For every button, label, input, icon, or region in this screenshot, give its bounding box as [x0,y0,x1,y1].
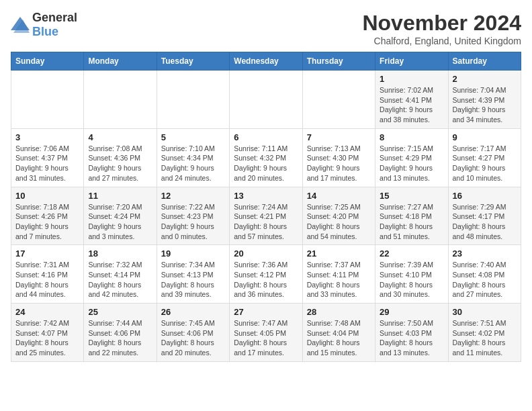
calendar-cell: 23Sunrise: 7:40 AM Sunset: 4:08 PM Dayli… [448,245,521,304]
day-info: Sunrise: 7:22 AM Sunset: 4:23 PM Dayligh… [161,202,225,242]
day-info: Sunrise: 7:47 AM Sunset: 4:05 PM Dayligh… [234,318,298,358]
calendar-cell [157,71,229,129]
logo: General Blue [11,11,77,39]
day-number: 4 [88,132,152,142]
day-info: Sunrise: 7:11 AM Sunset: 4:32 PM Dayligh… [234,144,298,183]
calendar-cell: 8Sunrise: 7:15 AM Sunset: 4:29 PM Daylig… [375,128,448,187]
day-info: Sunrise: 7:37 AM Sunset: 4:11 PM Dayligh… [307,260,371,300]
calendar-cell: 10Sunrise: 7:18 AM Sunset: 4:26 PM Dayli… [11,187,84,245]
day-number: 27 [234,307,298,317]
day-info: Sunrise: 7:20 AM Sunset: 4:24 PM Dayligh… [88,202,152,242]
day-number: 16 [453,191,517,201]
calendar-cell: 30Sunrise: 7:51 AM Sunset: 4:02 PM Dayli… [448,304,521,362]
day-number: 12 [161,191,225,201]
weekday-header-tuesday: Tuesday [157,52,229,71]
logo-general: General [32,11,77,24]
day-info: Sunrise: 7:17 AM Sunset: 4:27 PM Dayligh… [453,144,517,183]
calendar-cell: 27Sunrise: 7:47 AM Sunset: 4:05 PM Dayli… [230,304,302,362]
logo-text: General Blue [32,11,77,39]
calendar-cell: 21Sunrise: 7:37 AM Sunset: 4:11 PM Dayli… [302,245,375,304]
day-number: 19 [161,248,225,259]
calendar-cell: 14Sunrise: 7:25 AM Sunset: 4:20 PM Dayli… [302,187,375,245]
day-info: Sunrise: 7:44 AM Sunset: 4:06 PM Dayligh… [88,318,152,358]
calendar-cell: 6Sunrise: 7:11 AM Sunset: 4:32 PM Daylig… [230,128,302,187]
weekday-header-sunday: Sunday [11,52,84,71]
day-info: Sunrise: 7:45 AM Sunset: 4:06 PM Dayligh… [161,318,225,358]
calendar-cell: 24Sunrise: 7:42 AM Sunset: 4:07 PM Dayli… [11,304,84,362]
day-info: Sunrise: 7:06 AM Sunset: 4:37 PM Dayligh… [15,144,79,183]
day-number: 3 [15,132,79,142]
calendar-week-row: 1Sunrise: 7:02 AM Sunset: 4:41 PM Daylig… [11,71,521,129]
weekday-header-thursday: Thursday [302,52,375,71]
calendar-body: 1Sunrise: 7:02 AM Sunset: 4:41 PM Daylig… [11,71,521,362]
day-number: 17 [15,248,79,259]
day-info: Sunrise: 7:15 AM Sunset: 4:29 PM Dayligh… [380,144,443,183]
day-info: Sunrise: 7:48 AM Sunset: 4:04 PM Dayligh… [307,318,371,358]
calendar-week-row: 10Sunrise: 7:18 AM Sunset: 4:26 PM Dayli… [11,187,521,245]
day-number: 25 [88,307,152,317]
day-info: Sunrise: 7:31 AM Sunset: 4:16 PM Dayligh… [15,260,79,300]
calendar-cell: 9Sunrise: 7:17 AM Sunset: 4:27 PM Daylig… [448,128,521,187]
calendar-header: SundayMondayTuesdayWednesdayThursdayFrid… [11,52,521,71]
calendar-cell: 5Sunrise: 7:10 AM Sunset: 4:34 PM Daylig… [157,128,229,187]
calendar-week-row: 3Sunrise: 7:06 AM Sunset: 4:37 PM Daylig… [11,128,521,187]
logo-blue: Blue [32,25,58,38]
day-number: 29 [380,307,443,317]
calendar-cell: 17Sunrise: 7:31 AM Sunset: 4:16 PM Dayli… [11,245,84,304]
day-info: Sunrise: 7:36 AM Sunset: 4:12 PM Dayligh… [234,260,298,300]
calendar-cell: 29Sunrise: 7:50 AM Sunset: 4:03 PM Dayli… [375,304,448,362]
weekday-header-wednesday: Wednesday [230,52,302,71]
day-info: Sunrise: 7:04 AM Sunset: 4:39 PM Dayligh… [453,85,517,125]
calendar-cell: 18Sunrise: 7:32 AM Sunset: 4:14 PM Dayli… [84,245,157,304]
calendar-week-row: 24Sunrise: 7:42 AM Sunset: 4:07 PM Dayli… [11,304,521,362]
calendar-cell [230,71,302,129]
weekday-header-monday: Monday [84,52,157,71]
day-info: Sunrise: 7:10 AM Sunset: 4:34 PM Dayligh… [161,144,225,183]
calendar-cell: 25Sunrise: 7:44 AM Sunset: 4:06 PM Dayli… [84,304,157,362]
day-number: 7 [307,132,371,142]
calendar-cell [302,71,375,129]
day-number: 20 [234,248,298,259]
day-number: 5 [161,132,225,142]
day-number: 10 [15,191,79,201]
calendar-cell [84,71,157,129]
day-info: Sunrise: 7:02 AM Sunset: 4:41 PM Dayligh… [380,85,443,125]
calendar-cell: 22Sunrise: 7:39 AM Sunset: 4:10 PM Dayli… [375,245,448,304]
calendar-cell: 20Sunrise: 7:36 AM Sunset: 4:12 PM Dayli… [230,245,302,304]
day-number: 21 [307,248,371,259]
day-info: Sunrise: 7:42 AM Sunset: 4:07 PM Dayligh… [15,318,79,358]
day-info: Sunrise: 7:29 AM Sunset: 4:17 PM Dayligh… [453,202,517,242]
day-info: Sunrise: 7:50 AM Sunset: 4:03 PM Dayligh… [380,318,443,358]
weekday-header-row: SundayMondayTuesdayWednesdayThursdayFrid… [11,52,521,71]
calendar-cell: 7Sunrise: 7:13 AM Sunset: 4:30 PM Daylig… [302,128,375,187]
page-header: General Blue November 2024 Chalford, Eng… [11,11,521,46]
day-number: 9 [453,132,517,142]
day-number: 11 [88,191,152,201]
calendar-cell [11,71,84,129]
day-number: 2 [453,74,517,84]
calendar-cell: 3Sunrise: 7:06 AM Sunset: 4:37 PM Daylig… [11,128,84,187]
location-title: Chalford, England, United Kingdom [362,36,521,46]
day-info: Sunrise: 7:34 AM Sunset: 4:13 PM Dayligh… [161,260,225,300]
day-info: Sunrise: 7:13 AM Sunset: 4:30 PM Dayligh… [307,144,371,183]
day-info: Sunrise: 7:39 AM Sunset: 4:10 PM Dayligh… [380,260,443,300]
day-info: Sunrise: 7:51 AM Sunset: 4:02 PM Dayligh… [453,318,517,358]
day-number: 23 [453,248,517,259]
day-info: Sunrise: 7:40 AM Sunset: 4:08 PM Dayligh… [453,260,517,300]
day-number: 6 [234,132,298,142]
day-number: 22 [380,248,443,259]
day-number: 30 [453,307,517,317]
calendar-cell: 19Sunrise: 7:34 AM Sunset: 4:13 PM Dayli… [157,245,229,304]
day-number: 8 [380,132,443,142]
day-info: Sunrise: 7:25 AM Sunset: 4:20 PM Dayligh… [307,202,371,242]
day-number: 26 [161,307,225,317]
calendar-table: SundayMondayTuesdayWednesdayThursdayFrid… [11,52,521,362]
day-number: 15 [380,191,443,201]
calendar-cell: 11Sunrise: 7:20 AM Sunset: 4:24 PM Dayli… [84,187,157,245]
weekday-header-friday: Friday [375,52,448,71]
calendar-cell: 13Sunrise: 7:24 AM Sunset: 4:21 PM Dayli… [230,187,302,245]
month-title: November 2024 [362,11,521,36]
calendar-cell: 15Sunrise: 7:27 AM Sunset: 4:18 PM Dayli… [375,187,448,245]
day-number: 28 [307,307,371,317]
calendar-cell: 2Sunrise: 7:04 AM Sunset: 4:39 PM Daylig… [448,71,521,129]
